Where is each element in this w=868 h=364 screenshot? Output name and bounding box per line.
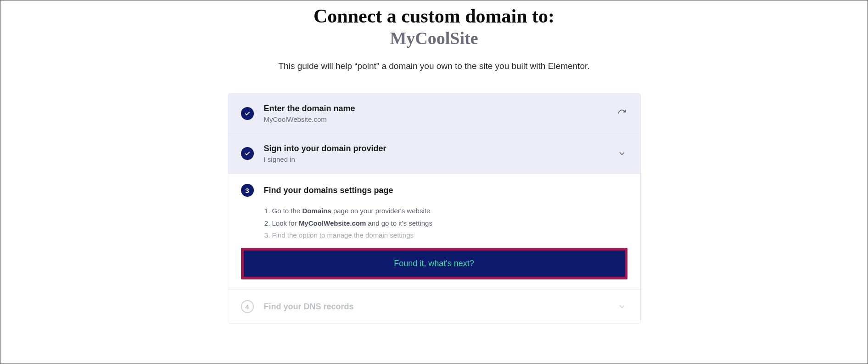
site-name: MyCoolSite [390, 28, 478, 48]
step-number-badge: 3 [241, 184, 254, 197]
step-find-settings: 3 Find your domains settings page Go to … [228, 174, 640, 290]
step-title: Find your domains settings page [264, 186, 627, 195]
instruction-item: Look for MyCoolWebsite.com and go to it'… [272, 217, 627, 229]
step-value: MyCoolWebsite.com [264, 115, 616, 123]
step-enter-domain[interactable]: Enter the domain name MyCoolWebsite.com [228, 94, 640, 134]
check-icon [241, 107, 254, 120]
steps-panel: Enter the domain name MyCoolWebsite.com … [228, 93, 641, 324]
page-container: Connect a custom domain to: MyCoolSite T… [228, 5, 641, 364]
step-text: Enter the domain name MyCoolWebsite.com [264, 104, 616, 123]
step-text: Find your domains settings page [264, 186, 627, 195]
page-subtitle: This guide will help “point” a domain yo… [278, 61, 589, 71]
refresh-icon[interactable] [616, 108, 627, 119]
found-it-button[interactable]: Found it, what's next? [244, 250, 625, 277]
step-body: Go to the Domains page on your provider'… [241, 197, 627, 241]
check-icon [241, 147, 254, 160]
step-sign-in-provider[interactable]: Sign into your domain provider I signed … [228, 134, 640, 174]
step-title: Find your DNS records [264, 302, 616, 312]
instruction-item: Go to the Domains page on your provider'… [272, 205, 627, 217]
chevron-down-icon [616, 301, 627, 312]
step-header: 3 Find your domains settings page [241, 184, 627, 197]
instruction-item: Find the option to manage the domain set… [272, 229, 627, 241]
step-title: Sign into your domain provider [264, 144, 616, 154]
step-text: Sign into your domain provider I signed … [264, 144, 616, 163]
cta-highlight: Found it, what's next? [241, 248, 627, 279]
step-title: Enter the domain name [264, 104, 616, 114]
step-number-badge: 4 [241, 300, 254, 313]
step-text: Find your DNS records [264, 302, 616, 312]
step-find-dns: 4 Find your DNS records [228, 290, 640, 323]
chevron-down-icon[interactable] [616, 148, 627, 159]
page-title: Connect a custom domain to: [314, 5, 554, 27]
step-value: I signed in [264, 155, 616, 163]
